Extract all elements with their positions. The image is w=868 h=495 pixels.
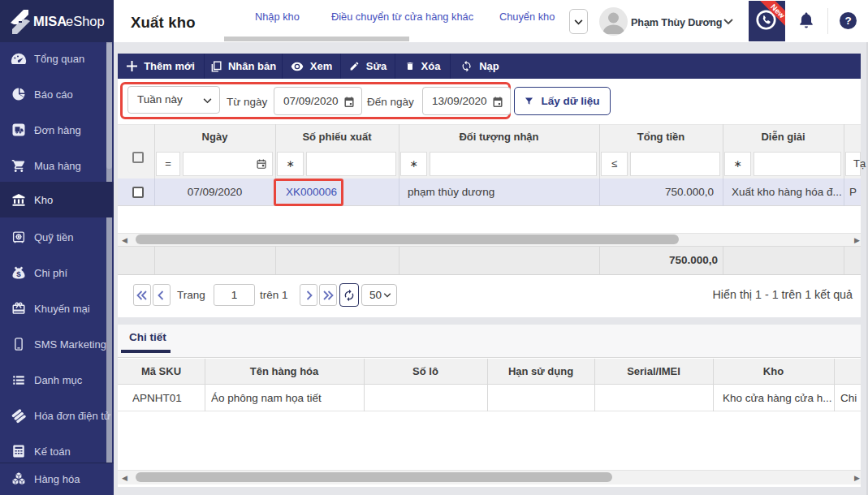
- svg-text:eShop: eShop: [66, 14, 105, 28]
- svg-text:MISA: MISA: [33, 14, 67, 28]
- svg-text:$: $: [16, 269, 21, 278]
